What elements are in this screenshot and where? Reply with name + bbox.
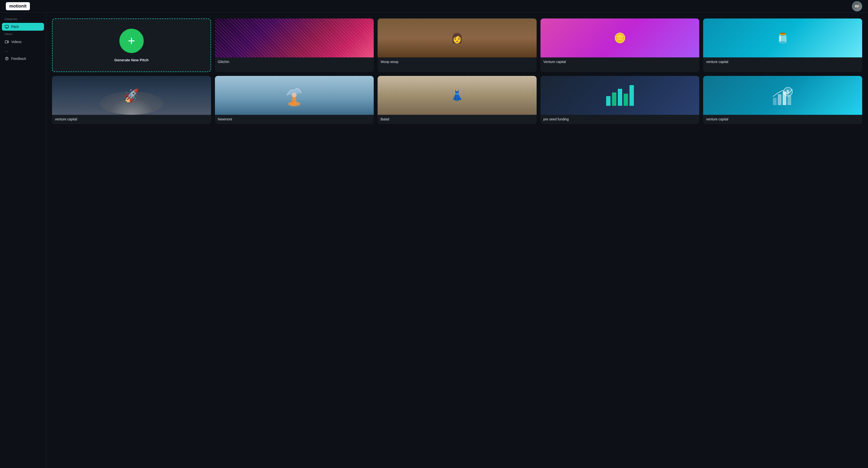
card-newmont-label: Newmont	[215, 115, 374, 124]
svg-rect-1	[5, 40, 7, 43]
card-woop[interactable]: 👩 Woop woop	[378, 19, 537, 72]
card-preseed-label: pre seed funding	[540, 115, 700, 124]
bar-4	[624, 94, 628, 106]
logo: motionit	[6, 2, 30, 10]
header: motionit RF	[0, 0, 868, 13]
card-venture-last[interactable]: $ venture capital	[703, 76, 862, 124]
pitch-icon	[5, 25, 9, 29]
card-venture-pink[interactable]: 🪙 Venture capital	[540, 19, 700, 72]
card-venture-pink-label: Venture capital	[540, 57, 700, 67]
sidebar-feedback-label: Feedback	[11, 57, 26, 61]
bar-5	[629, 85, 634, 106]
bar-1	[606, 96, 611, 106]
svg-point-3	[6, 59, 7, 60]
plus-icon: +	[128, 34, 135, 47]
pitch-grid: + Generate New Pitch GlitchIn 👩 Woop woo…	[52, 19, 862, 124]
sidebar-item-videos[interactable]: Videos	[2, 38, 44, 46]
card-venture-teal-label: venture capital	[703, 57, 862, 67]
svg-rect-10	[787, 95, 791, 105]
sidebar-item-feedback[interactable]: Feedback	[2, 55, 44, 62]
svg-rect-8	[778, 94, 781, 105]
sidebar-pitch-label: Pitch	[11, 25, 19, 29]
layout: Categories Pitch Others Videos ...	[0, 13, 868, 468]
card-woop-label: Woop woop	[378, 57, 537, 67]
card-newmont-image	[215, 76, 374, 115]
svg-text:$: $	[786, 89, 789, 94]
card-venture-teal-image: 🫙	[703, 19, 862, 57]
generate-plus-circle: +	[119, 29, 144, 53]
card-venture-pink-image: 🪙	[540, 19, 700, 57]
card-balad[interactable]: 👗 Balad	[378, 76, 537, 124]
categories-label: Categories	[2, 17, 44, 22]
avatar[interactable]: RF	[852, 1, 862, 11]
sidebar: Categories Pitch Others Videos ...	[0, 13, 46, 468]
sidebar-videos-label: Videos	[11, 40, 22, 44]
card-glitchin[interactable]: GlitchIn	[215, 19, 374, 72]
rocket-body: 🚀	[126, 93, 137, 103]
sidebar-dots[interactable]: ...	[2, 47, 44, 54]
card-venture-rocket[interactable]: 🚀 venture capital	[52, 76, 211, 124]
bar-3	[618, 89, 622, 106]
card-glitchin-image	[215, 19, 374, 57]
generate-card-label: Generate New Pitch	[114, 58, 149, 62]
card-preseed[interactable]: pre seed funding	[540, 76, 700, 124]
card-woop-image: 👩	[378, 19, 537, 57]
glitchin-lines-decoration	[215, 19, 374, 57]
svg-rect-0	[5, 25, 8, 28]
videos-icon	[5, 40, 9, 44]
card-venture-teal[interactable]: 🫙 venture capital	[703, 19, 862, 72]
svg-rect-7	[773, 98, 777, 105]
card-glitchin-label: GlitchIn	[215, 57, 374, 67]
card-venture-rocket-label: venture capital	[52, 115, 211, 124]
rocket-smoke	[100, 91, 163, 115]
sidebar-item-pitch[interactable]: Pitch	[2, 23, 44, 31]
generate-new-pitch-card[interactable]: + Generate New Pitch	[52, 19, 211, 72]
card-venture-last-label: venture capital	[703, 115, 862, 124]
card-rocket-image: 🚀	[52, 76, 211, 115]
card-balad-image: 👗	[378, 76, 537, 115]
svg-rect-5	[292, 96, 296, 105]
feedback-icon	[5, 57, 9, 61]
card-venture-last-image: $	[703, 76, 862, 115]
bar-2	[612, 92, 616, 106]
others-label: Others	[2, 32, 44, 37]
card-newmont[interactable]: Newmont	[215, 76, 374, 124]
main-content: + Generate New Pitch GlitchIn 👩 Woop woo…	[46, 13, 868, 468]
preseed-chart	[604, 85, 636, 106]
card-balad-label: Balad	[378, 115, 537, 124]
card-preseed-image	[540, 76, 700, 115]
